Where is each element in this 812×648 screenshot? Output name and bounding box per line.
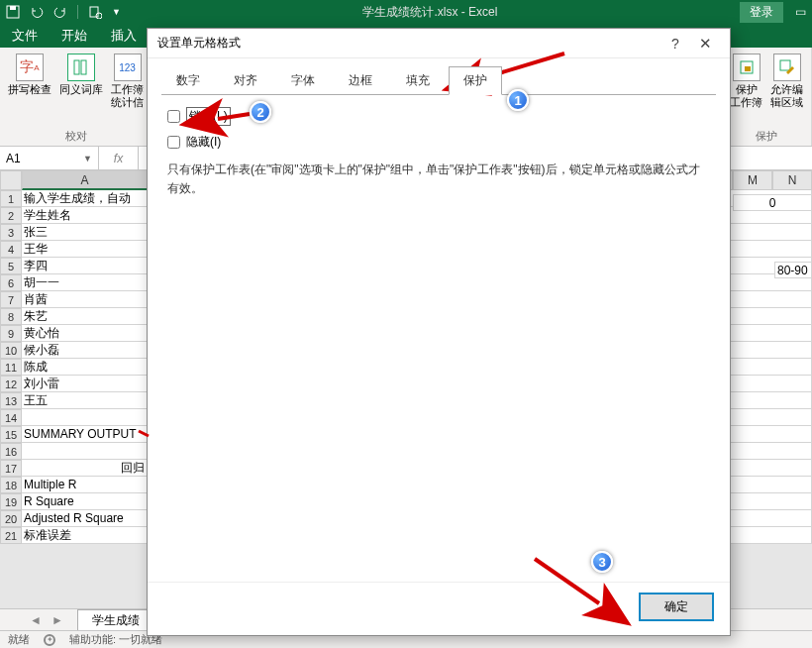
cell-A[interactable] bbox=[22, 409, 148, 426]
row-header[interactable]: 18 bbox=[0, 477, 22, 493]
cell-A[interactable]: 黄心怡 bbox=[22, 325, 148, 342]
row-header[interactable]: 1 bbox=[0, 190, 22, 207]
tab-fill[interactable]: 填充 bbox=[391, 66, 445, 95]
hide-checkbox[interactable] bbox=[167, 136, 180, 149]
undo-icon[interactable] bbox=[30, 5, 44, 19]
row-header[interactable]: 20 bbox=[0, 510, 22, 527]
row-header[interactable]: 17 bbox=[0, 460, 22, 477]
allow-edit-icon bbox=[773, 54, 801, 81]
dialog-title: 设置单元格格式 bbox=[157, 35, 660, 52]
name-box[interactable]: ▼ bbox=[0, 147, 99, 169]
select-all-corner[interactable] bbox=[0, 170, 22, 190]
cell-A[interactable]: 胡一一 bbox=[22, 274, 148, 291]
protection-note: 只有保护工作表(在"审阅"选项卡上的"保护"组中，单击"保护工作表"按钮)后，锁… bbox=[167, 161, 710, 198]
cell-A[interactable]: Multiple R bbox=[22, 477, 148, 493]
workbook-stats-button[interactable]: 123 工作簿 统计信 bbox=[109, 52, 146, 111]
row-header[interactable]: 14 bbox=[0, 409, 22, 426]
row-header[interactable]: 10 bbox=[0, 342, 22, 359]
cell-A[interactable]: SUMMARY OUTPUT bbox=[22, 426, 148, 443]
cell-A[interactable]: 输入学生成绩，自动 bbox=[22, 190, 148, 207]
tab-alignment[interactable]: 对齐 bbox=[219, 66, 272, 95]
save-icon[interactable] bbox=[6, 5, 20, 19]
ribbon-group-protect: 保护 工作簿 允许编 辑区域 保护 bbox=[722, 48, 812, 146]
row-header[interactable]: 2 bbox=[0, 207, 22, 224]
svg-rect-8 bbox=[780, 60, 790, 70]
redo-icon[interactable] bbox=[53, 5, 67, 19]
col-header-M[interactable]: M bbox=[733, 170, 772, 190]
lock-checkbox[interactable] bbox=[167, 110, 180, 123]
row-header[interactable]: 5 bbox=[0, 258, 22, 274]
qat-dropdown-icon[interactable]: ▼ bbox=[112, 7, 121, 17]
row-header[interactable]: 21 bbox=[0, 527, 22, 544]
cell-A[interactable]: 候小磊 bbox=[22, 342, 148, 359]
row-header[interactable]: 11 bbox=[0, 359, 22, 376]
lock-label[interactable]: 锁定(L) bbox=[186, 107, 231, 126]
col-header-A[interactable]: A bbox=[22, 170, 148, 190]
tab-border[interactable]: 边框 bbox=[334, 66, 387, 95]
dialog-help-button[interactable]: ? bbox=[660, 36, 690, 52]
cell-A[interactable]: 标准误差 bbox=[22, 527, 148, 544]
row-header[interactable]: 16 bbox=[0, 443, 22, 460]
svg-rect-7 bbox=[745, 66, 751, 71]
cell-A[interactable]: 刘小雷 bbox=[22, 376, 148, 392]
fx-button[interactable]: fx bbox=[99, 147, 139, 169]
allow-edit-ranges-button[interactable]: 允许编 辑区域 bbox=[768, 52, 805, 111]
row-header[interactable]: 15 bbox=[0, 426, 22, 443]
row-header[interactable]: 19 bbox=[0, 493, 22, 510]
dialog-close-button[interactable]: ✕ bbox=[690, 35, 720, 53]
svg-rect-5 bbox=[81, 60, 86, 74]
ribbon-display-icon[interactable]: ▭ bbox=[789, 5, 812, 19]
tab-insert[interactable]: 插入 bbox=[99, 24, 149, 48]
thesaurus-button[interactable]: 同义词库 bbox=[57, 52, 105, 98]
cell-M-value[interactable]: 0 bbox=[733, 194, 812, 211]
cell-A[interactable]: 李四 bbox=[22, 258, 148, 274]
cell-A[interactable]: 张三 bbox=[22, 224, 148, 241]
stats-icon: 123 bbox=[114, 54, 142, 81]
protect-workbook-button[interactable]: 保护 工作簿 bbox=[728, 52, 764, 111]
cell-A[interactable]: Adjusted R Square bbox=[22, 510, 148, 527]
tab-file[interactable]: 文件 bbox=[0, 24, 50, 48]
group-caption-proofing: 校对 bbox=[65, 129, 87, 144]
document-title: 学生成绩统计.xlsx - Excel bbox=[121, 4, 740, 21]
svg-point-3 bbox=[96, 13, 102, 19]
dialog-tabs: 数字 对齐 字体 边框 填充 保护 bbox=[148, 58, 730, 95]
cell-A[interactable]: R Square bbox=[22, 493, 148, 510]
print-preview-icon[interactable] bbox=[88, 5, 102, 19]
sheet-tab-active[interactable]: 学生成绩 bbox=[77, 609, 154, 631]
app-titlebar: ▼ 学生成绩统计.xlsx - Excel 登录 ▭ bbox=[0, 0, 812, 24]
tab-home[interactable]: 开始 bbox=[50, 24, 99, 48]
name-box-dropdown-icon[interactable]: ▼ bbox=[83, 154, 92, 163]
sheet-nav-prev-icon[interactable]: ◄ bbox=[30, 613, 42, 627]
tab-protection[interactable]: 保护 bbox=[449, 66, 502, 95]
row-header[interactable]: 9 bbox=[0, 325, 22, 342]
cell-A[interactable]: 朱艺 bbox=[22, 308, 148, 325]
sheet-nav-next-icon[interactable]: ► bbox=[51, 613, 63, 627]
spellcheck-button[interactable]: 字A 拼写检查 bbox=[6, 52, 53, 98]
accessibility-icon: ✦ bbox=[44, 634, 55, 646]
cell-A[interactable]: 王五 bbox=[22, 392, 148, 409]
hide-label[interactable]: 隐藏(I) bbox=[186, 134, 221, 151]
name-box-input[interactable] bbox=[6, 152, 79, 165]
cell-A[interactable]: 学生姓名 bbox=[22, 207, 148, 224]
cell-N-value[interactable]: 80-90 bbox=[774, 262, 812, 278]
ok-button[interactable]: 确定 bbox=[639, 593, 714, 621]
ribbon-group-proofing: 字A 拼写检查 同义词库 123 工作簿 统计信 校对 bbox=[0, 48, 152, 146]
format-cells-dialog: 设置单元格格式 ? ✕ 数字 对齐 字体 边框 填充 保护 锁定(L) 隐藏(I… bbox=[147, 28, 731, 636]
cell-A[interactable]: 陈成 bbox=[22, 359, 148, 376]
cell-A[interactable]: 回归 bbox=[22, 460, 148, 477]
cell-A[interactable] bbox=[22, 443, 148, 460]
login-button[interactable]: 登录 bbox=[740, 2, 783, 23]
cell-A[interactable]: 王华 bbox=[22, 241, 148, 258]
row-header[interactable]: 7 bbox=[0, 291, 22, 308]
row-header[interactable]: 12 bbox=[0, 376, 22, 392]
col-header-N[interactable]: N bbox=[772, 170, 812, 190]
cell-A[interactable]: 肖茜 bbox=[22, 291, 148, 308]
row-header[interactable]: 13 bbox=[0, 392, 22, 409]
row-header[interactable]: 6 bbox=[0, 274, 22, 291]
row-header[interactable]: 4 bbox=[0, 241, 22, 258]
tab-font[interactable]: 字体 bbox=[276, 66, 330, 95]
row-header[interactable]: 3 bbox=[0, 224, 22, 241]
tab-number[interactable]: 数字 bbox=[161, 66, 215, 95]
row-header[interactable]: 8 bbox=[0, 308, 22, 325]
group-caption-protect: 保护 bbox=[756, 129, 777, 144]
